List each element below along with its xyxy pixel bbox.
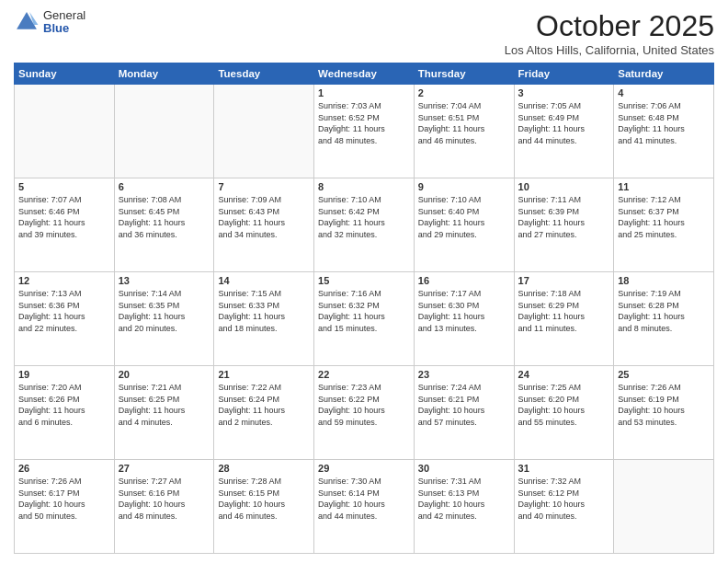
calendar-cell: 3Sunrise: 7:05 AM Sunset: 6:49 PM Daylig… bbox=[514, 85, 614, 178]
calendar-cell: 16Sunrise: 7:17 AM Sunset: 6:30 PM Dayli… bbox=[414, 272, 514, 366]
day-number: 2 bbox=[418, 87, 510, 98]
day-number: 14 bbox=[218, 275, 310, 286]
day-number: 30 bbox=[418, 463, 510, 474]
calendar-cell bbox=[614, 460, 714, 554]
day-info: Sunrise: 7:26 AM Sunset: 6:19 PM Dayligh… bbox=[618, 382, 710, 428]
calendar-cell: 23Sunrise: 7:24 AM Sunset: 6:21 PM Dayli… bbox=[414, 366, 514, 460]
col-sunday: Sunday bbox=[15, 63, 115, 85]
day-info: Sunrise: 7:21 AM Sunset: 6:25 PM Dayligh… bbox=[119, 382, 210, 428]
day-number: 28 bbox=[218, 463, 310, 474]
col-tuesday: Tuesday bbox=[214, 63, 314, 85]
day-info: Sunrise: 7:05 AM Sunset: 6:49 PM Dayligh… bbox=[518, 100, 610, 146]
calendar-week-1: 5Sunrise: 7:07 AM Sunset: 6:46 PM Daylig… bbox=[15, 178, 714, 272]
calendar-cell: 11Sunrise: 7:12 AM Sunset: 6:37 PM Dayli… bbox=[614, 178, 714, 272]
day-info: Sunrise: 7:24 AM Sunset: 6:21 PM Dayligh… bbox=[418, 382, 510, 428]
day-info: Sunrise: 7:26 AM Sunset: 6:17 PM Dayligh… bbox=[18, 476, 110, 522]
calendar-cell: 10Sunrise: 7:11 AM Sunset: 6:39 PM Dayli… bbox=[514, 178, 614, 272]
day-number: 27 bbox=[119, 463, 210, 474]
day-number: 7 bbox=[218, 181, 310, 192]
day-info: Sunrise: 7:16 AM Sunset: 6:32 PM Dayligh… bbox=[318, 288, 410, 334]
col-monday: Monday bbox=[114, 63, 214, 85]
calendar-cell: 29Sunrise: 7:30 AM Sunset: 6:14 PM Dayli… bbox=[314, 460, 415, 554]
calendar-cell bbox=[114, 85, 214, 178]
calendar-week-3: 19Sunrise: 7:20 AM Sunset: 6:26 PM Dayli… bbox=[15, 366, 714, 460]
day-info: Sunrise: 7:06 AM Sunset: 6:48 PM Dayligh… bbox=[618, 100, 710, 146]
col-wednesday: Wednesday bbox=[314, 63, 415, 85]
day-info: Sunrise: 7:20 AM Sunset: 6:26 PM Dayligh… bbox=[18, 382, 110, 428]
calendar-cell: 6Sunrise: 7:08 AM Sunset: 6:45 PM Daylig… bbox=[114, 178, 214, 272]
day-info: Sunrise: 7:03 AM Sunset: 6:52 PM Dayligh… bbox=[318, 100, 410, 146]
day-info: Sunrise: 7:19 AM Sunset: 6:28 PM Dayligh… bbox=[618, 288, 710, 334]
day-info: Sunrise: 7:28 AM Sunset: 6:15 PM Dayligh… bbox=[218, 476, 310, 522]
day-info: Sunrise: 7:10 AM Sunset: 6:42 PM Dayligh… bbox=[318, 194, 410, 240]
calendar-table: Sunday Monday Tuesday Wednesday Thursday… bbox=[14, 63, 714, 554]
day-number: 19 bbox=[18, 369, 110, 380]
day-info: Sunrise: 7:27 AM Sunset: 6:16 PM Dayligh… bbox=[119, 476, 210, 522]
col-saturday: Saturday bbox=[614, 63, 714, 85]
generalblue-logo-icon bbox=[14, 9, 40, 35]
day-info: Sunrise: 7:17 AM Sunset: 6:30 PM Dayligh… bbox=[418, 288, 510, 334]
calendar-cell: 8Sunrise: 7:10 AM Sunset: 6:42 PM Daylig… bbox=[314, 178, 415, 272]
logo-general-label: General bbox=[43, 9, 85, 22]
day-number: 16 bbox=[418, 275, 510, 286]
day-number: 5 bbox=[18, 181, 110, 192]
location-label: Los Altos Hills, California, United Stat… bbox=[505, 43, 714, 57]
col-thursday: Thursday bbox=[414, 63, 514, 85]
calendar-header-row: Sunday Monday Tuesday Wednesday Thursday… bbox=[15, 63, 714, 85]
day-info: Sunrise: 7:15 AM Sunset: 6:33 PM Dayligh… bbox=[218, 288, 310, 334]
logo-blue-label: Blue bbox=[43, 22, 85, 35]
calendar-cell: 30Sunrise: 7:31 AM Sunset: 6:13 PM Dayli… bbox=[414, 460, 514, 554]
calendar-cell: 7Sunrise: 7:09 AM Sunset: 6:43 PM Daylig… bbox=[214, 178, 314, 272]
day-number: 12 bbox=[18, 275, 110, 286]
month-title: October 2025 bbox=[505, 9, 714, 43]
calendar-cell: 13Sunrise: 7:14 AM Sunset: 6:35 PM Dayli… bbox=[114, 272, 214, 366]
day-number: 24 bbox=[518, 369, 610, 380]
col-friday: Friday bbox=[514, 63, 614, 85]
calendar-cell: 28Sunrise: 7:28 AM Sunset: 6:15 PM Dayli… bbox=[214, 460, 314, 554]
calendar-cell: 1Sunrise: 7:03 AM Sunset: 6:52 PM Daylig… bbox=[314, 85, 415, 178]
calendar-cell: 9Sunrise: 7:10 AM Sunset: 6:40 PM Daylig… bbox=[414, 178, 514, 272]
day-info: Sunrise: 7:13 AM Sunset: 6:36 PM Dayligh… bbox=[18, 288, 110, 334]
day-number: 29 bbox=[318, 463, 410, 474]
calendar-cell: 19Sunrise: 7:20 AM Sunset: 6:26 PM Dayli… bbox=[15, 366, 115, 460]
day-number: 13 bbox=[119, 275, 210, 286]
calendar-cell: 2Sunrise: 7:04 AM Sunset: 6:51 PM Daylig… bbox=[414, 85, 514, 178]
day-info: Sunrise: 7:22 AM Sunset: 6:24 PM Dayligh… bbox=[218, 382, 310, 428]
day-number: 18 bbox=[618, 275, 710, 286]
day-info: Sunrise: 7:08 AM Sunset: 6:45 PM Dayligh… bbox=[119, 194, 210, 240]
calendar-cell: 5Sunrise: 7:07 AM Sunset: 6:46 PM Daylig… bbox=[15, 178, 115, 272]
day-number: 4 bbox=[618, 87, 710, 98]
day-number: 10 bbox=[518, 181, 610, 192]
day-number: 31 bbox=[518, 463, 610, 474]
day-number: 23 bbox=[418, 369, 510, 380]
calendar-cell: 26Sunrise: 7:26 AM Sunset: 6:17 PM Dayli… bbox=[15, 460, 115, 554]
calendar-cell: 20Sunrise: 7:21 AM Sunset: 6:25 PM Dayli… bbox=[114, 366, 214, 460]
day-number: 9 bbox=[418, 181, 510, 192]
day-info: Sunrise: 7:30 AM Sunset: 6:14 PM Dayligh… bbox=[318, 476, 410, 522]
day-info: Sunrise: 7:18 AM Sunset: 6:29 PM Dayligh… bbox=[518, 288, 610, 334]
day-number: 20 bbox=[119, 369, 210, 380]
calendar-cell: 31Sunrise: 7:32 AM Sunset: 6:12 PM Dayli… bbox=[514, 460, 614, 554]
calendar-cell: 24Sunrise: 7:25 AM Sunset: 6:20 PM Dayli… bbox=[514, 366, 614, 460]
calendar-cell: 18Sunrise: 7:19 AM Sunset: 6:28 PM Dayli… bbox=[614, 272, 714, 366]
day-number: 26 bbox=[18, 463, 110, 474]
day-info: Sunrise: 7:31 AM Sunset: 6:13 PM Dayligh… bbox=[418, 476, 510, 522]
calendar-cell bbox=[214, 85, 314, 178]
day-info: Sunrise: 7:32 AM Sunset: 6:12 PM Dayligh… bbox=[518, 476, 610, 522]
day-info: Sunrise: 7:12 AM Sunset: 6:37 PM Dayligh… bbox=[618, 194, 710, 240]
day-number: 8 bbox=[318, 181, 410, 192]
calendar-week-0: 1Sunrise: 7:03 AM Sunset: 6:52 PM Daylig… bbox=[15, 85, 714, 178]
day-info: Sunrise: 7:14 AM Sunset: 6:35 PM Dayligh… bbox=[119, 288, 210, 334]
calendar-cell: 17Sunrise: 7:18 AM Sunset: 6:29 PM Dayli… bbox=[514, 272, 614, 366]
calendar-cell: 4Sunrise: 7:06 AM Sunset: 6:48 PM Daylig… bbox=[614, 85, 714, 178]
logo-text: General Blue bbox=[43, 9, 85, 36]
calendar-week-2: 12Sunrise: 7:13 AM Sunset: 6:36 PM Dayli… bbox=[15, 272, 714, 366]
day-number: 11 bbox=[618, 181, 710, 192]
calendar-cell: 25Sunrise: 7:26 AM Sunset: 6:19 PM Dayli… bbox=[614, 366, 714, 460]
calendar-cell: 22Sunrise: 7:23 AM Sunset: 6:22 PM Dayli… bbox=[314, 366, 415, 460]
day-number: 1 bbox=[318, 87, 410, 98]
header: General Blue October 2025 Los Altos Hill… bbox=[14, 9, 714, 57]
day-info: Sunrise: 7:25 AM Sunset: 6:20 PM Dayligh… bbox=[518, 382, 610, 428]
day-number: 3 bbox=[518, 87, 610, 98]
calendar-cell: 14Sunrise: 7:15 AM Sunset: 6:33 PM Dayli… bbox=[214, 272, 314, 366]
